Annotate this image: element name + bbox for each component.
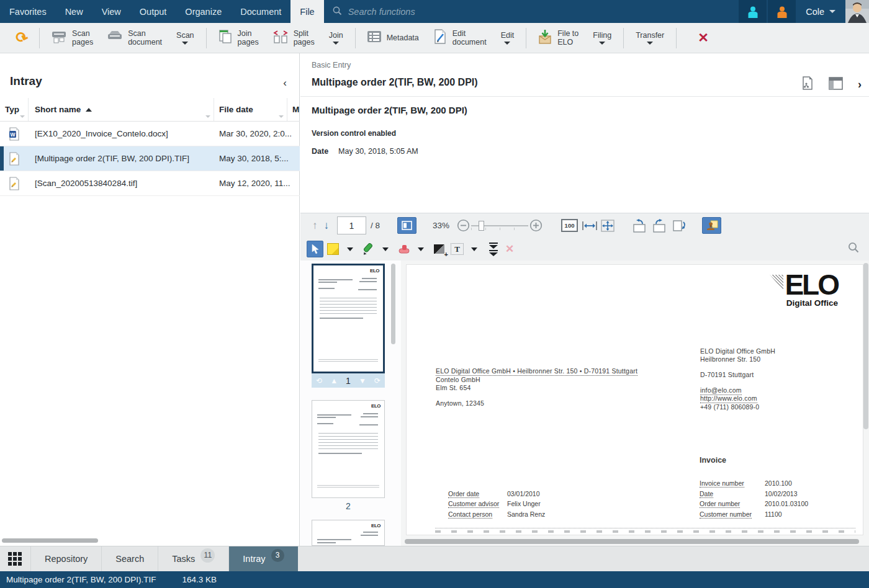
vertical-scrollbar[interactable] bbox=[863, 263, 868, 429]
user-presence-cyan-icon[interactable] bbox=[739, 0, 767, 23]
layout-panels-icon[interactable] bbox=[829, 77, 843, 92]
eraser-tool-button[interactable] bbox=[395, 241, 412, 257]
table-row[interactable]: W [EX10_2020_Invoice_Contelo.docx] Mar 3… bbox=[0, 122, 300, 146]
toggle-thumbnails-button[interactable] bbox=[397, 217, 416, 234]
chevron-down-icon[interactable] bbox=[418, 247, 424, 251]
menu-view[interactable]: View bbox=[92, 0, 130, 23]
menu-favorites[interactable]: Favorites bbox=[0, 0, 56, 23]
move-page-up-icon[interactable]: ▲ bbox=[330, 376, 338, 385]
toolbar-divider bbox=[676, 28, 677, 48]
order-field: Customer advisor bbox=[448, 500, 499, 508]
word-file-icon: W bbox=[0, 127, 29, 141]
column-header-file-date[interactable]: File date bbox=[214, 98, 287, 121]
zoom-in-icon[interactable] bbox=[529, 219, 543, 232]
join-pages-button[interactable]: Joinpages bbox=[211, 25, 266, 51]
chevron-down-icon bbox=[599, 42, 605, 45]
next-page-icon[interactable]: ↓ bbox=[321, 220, 333, 232]
scan-document-button[interactable]: Scandocument bbox=[100, 25, 169, 51]
previous-page-icon[interactable]: ↑ bbox=[309, 220, 321, 232]
refresh-button[interactable]: ⟳ bbox=[9, 25, 35, 51]
thumbnail-scrollbar[interactable] bbox=[391, 264, 395, 344]
edit-document-label: Editdocument bbox=[453, 29, 487, 47]
menu-bar: Favorites New View Output Organize Docum… bbox=[0, 0, 869, 23]
rotate-page-left-icon[interactable] bbox=[631, 218, 647, 233]
filter-chevron-icon[interactable] bbox=[20, 115, 25, 118]
edit-dropdown[interactable]: Edit bbox=[493, 31, 522, 45]
table-row[interactable]: [Scan_20200513840284.tif] May 12, 2020, … bbox=[0, 171, 300, 196]
split-pages-label: Splitpages bbox=[294, 29, 315, 47]
move-page-down-icon[interactable]: ▼ bbox=[359, 376, 366, 385]
version-control-note: Version control enabled bbox=[312, 129, 396, 138]
rotate-page-right-icon[interactable] bbox=[651, 218, 667, 233]
select-tool-button[interactable] bbox=[307, 241, 323, 257]
rotate-page-180-icon[interactable] bbox=[671, 218, 687, 233]
zoom-out-icon[interactable] bbox=[457, 219, 470, 232]
menu-document[interactable]: Document bbox=[231, 0, 290, 23]
image-adjust-tool-button[interactable] bbox=[431, 241, 448, 257]
tile-menu-button[interactable] bbox=[0, 546, 31, 571]
menu-organize[interactable]: Organize bbox=[176, 0, 231, 23]
split-pages-button[interactable]: Splitpages bbox=[266, 25, 322, 51]
text-annotation-tool-button[interactable]: T bbox=[449, 241, 466, 257]
fit-width-icon[interactable] bbox=[582, 220, 598, 231]
horizontal-scrollbar[interactable] bbox=[2, 538, 98, 543]
zoom-slider[interactable] bbox=[471, 220, 528, 231]
edit-document-button[interactable]: Editdocument bbox=[426, 25, 493, 51]
tab-tasks[interactable]: Tasks11 bbox=[158, 546, 229, 571]
tab-repository[interactable]: Repository bbox=[31, 546, 102, 571]
toolbar-divider bbox=[526, 28, 526, 48]
join-dropdown[interactable]: Join bbox=[322, 31, 351, 45]
zoom-slider-handle[interactable] bbox=[479, 221, 484, 231]
thumbnail-page-2[interactable]: ELO bbox=[312, 400, 385, 498]
start-workflow-icon[interactable] bbox=[801, 76, 814, 93]
divider bbox=[300, 96, 869, 97]
scan-dropdown[interactable]: Scan bbox=[169, 31, 202, 45]
zoom-100-button[interactable]: 100 bbox=[561, 219, 578, 232]
annotation-stack-icon[interactable] bbox=[489, 243, 498, 256]
filter-chevron-icon[interactable] bbox=[205, 115, 210, 118]
menu-output[interactable]: Output bbox=[130, 0, 176, 23]
column-header-short-name[interactable]: Short name bbox=[29, 98, 214, 121]
tab-search[interactable]: Search bbox=[102, 546, 158, 571]
chevron-down-icon[interactable] bbox=[382, 247, 389, 251]
filing-dropdown[interactable]: Filing bbox=[585, 31, 619, 45]
thumbnail-page-3[interactable]: ELO bbox=[312, 520, 385, 546]
sticky-note-tool-button[interactable] bbox=[325, 241, 341, 257]
menu-file-active[interactable]: File bbox=[290, 0, 323, 23]
file-to-elo-button[interactable]: File toELO bbox=[531, 25, 585, 51]
column-header-typ[interactable]: Typ bbox=[0, 98, 29, 121]
page-number-input[interactable] bbox=[337, 216, 366, 234]
user-menu[interactable]: Cole bbox=[796, 0, 845, 23]
viewer-search-icon[interactable] bbox=[848, 242, 859, 256]
company-name: ELO Digital Office GmbH bbox=[700, 347, 775, 355]
fit-page-icon[interactable] bbox=[600, 219, 615, 233]
document-page[interactable]: ELO Digital Office ELO Digital Office Gm… bbox=[406, 264, 863, 535]
order-field: Contact person bbox=[448, 510, 492, 519]
filter-chevron-icon[interactable] bbox=[279, 115, 284, 118]
thumbnail-page-1[interactable]: ELO bbox=[312, 264, 385, 373]
status-bar: Multipage order 2(TIF, BW, 200 DPI).TIF … bbox=[0, 571, 869, 588]
user-presence-orange-icon[interactable] bbox=[768, 0, 796, 23]
rotate-left-icon[interactable]: ⟲ bbox=[316, 376, 322, 385]
stamp-tool-button[interactable] bbox=[702, 217, 721, 234]
delete-annotation-icon[interactable]: ✕ bbox=[505, 243, 514, 256]
chevron-down-icon[interactable] bbox=[347, 247, 353, 251]
horizontal-scrollbar[interactable] bbox=[405, 539, 859, 544]
search-functions[interactable]: Search functions bbox=[324, 0, 461, 23]
table-row-selected[interactable]: [Multipage order 2(TIF, BW, 200 DPI).TIF… bbox=[0, 146, 300, 171]
chevron-right-icon[interactable]: › bbox=[858, 78, 862, 91]
tab-intray-active[interactable]: Intray3 bbox=[229, 546, 297, 571]
invoice-heading: Invoice bbox=[700, 456, 726, 465]
metadata-button[interactable]: Metadata bbox=[360, 25, 426, 51]
file-date: Mar 30, 2020, 2:0... bbox=[214, 129, 287, 138]
marker-tool-button[interactable] bbox=[360, 241, 377, 257]
transfer-dropdown[interactable]: Transfer bbox=[628, 31, 672, 45]
column-header-m[interactable]: M bbox=[287, 98, 300, 121]
user-avatar[interactable] bbox=[845, 0, 869, 23]
menu-new[interactable]: New bbox=[56, 0, 92, 23]
rotate-right-icon[interactable]: ⟳ bbox=[374, 376, 380, 385]
cancel-button[interactable]: ✕ bbox=[681, 25, 726, 51]
scan-pages-button[interactable]: Scanpages bbox=[44, 25, 100, 51]
chevron-down-icon[interactable] bbox=[471, 247, 477, 251]
collapse-panel-icon[interactable]: ‹ bbox=[283, 77, 287, 89]
